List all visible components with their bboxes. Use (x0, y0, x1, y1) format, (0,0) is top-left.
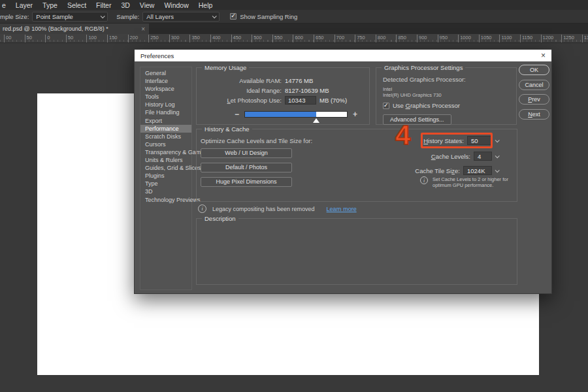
ruler-label: 1000 (458, 35, 471, 42)
info-icon: i (198, 204, 206, 213)
preferences-dialog: Preferences × GeneralInterfaceWorkspaceT… (134, 49, 552, 294)
ruler-label: 1200 (541, 35, 554, 42)
let-photoshop-use-label: Let Photoshop Use: (197, 97, 282, 104)
sidebar-item-general[interactable]: General (140, 69, 191, 77)
sidebar-item-units-rulers[interactable]: Units & Rulers (140, 156, 191, 164)
cache-levels-select[interactable]: 4 (474, 152, 492, 161)
dialog-button-column: OK Cancel Prev Next (519, 65, 549, 120)
next-button[interactable]: Next (519, 109, 549, 120)
menu-item-filter[interactable]: Filter (96, 1, 111, 9)
ruler-label: 650 (314, 35, 324, 42)
gpu-settings-title: Graphics Processor Settings (382, 64, 465, 71)
sidebar-item-export[interactable]: Export (140, 117, 191, 125)
prev-button[interactable]: Prev (519, 94, 549, 105)
menu-item-layer[interactable]: Layer (16, 1, 33, 9)
sidebar-item-performance[interactable]: Performance (140, 125, 191, 133)
sidebar-item-file-handling[interactable]: File Handling (140, 108, 191, 116)
menu-bar: eLayerTypeSelectFilter3DViewWindowHelp (0, 0, 588, 10)
sidebar-item-3d[interactable]: 3D (140, 188, 191, 195)
options-bar: mple Size: Point Sample Sample: All Laye… (0, 10, 588, 24)
learn-more-link[interactable]: Learn more (327, 206, 357, 212)
ruler-label: 350 (189, 35, 200, 42)
legacy-note-text: Legacy compositing has been removed (212, 206, 315, 212)
show-sampling-ring-checkbox[interactable] (230, 13, 237, 20)
chevron-down-icon (212, 14, 217, 18)
gpu-tip-text: Set Cache Levels to 2 or higher for opti… (433, 176, 515, 188)
ram-amount-input[interactable] (285, 96, 316, 105)
chevron-down-icon[interactable] (495, 168, 500, 172)
sidebar-item-guides-grid-slices[interactable]: Guides, Grid & Slices (140, 164, 191, 172)
info-icon: i (420, 176, 428, 184)
available-ram-label: Available RAM: (197, 77, 282, 84)
horizontal-ruler: 0050050100150200250300350400450500550600… (0, 34, 588, 43)
sidebar-item-cursors[interactable]: Cursors (140, 140, 191, 148)
cache-tile-size-select[interactable]: 1024K (463, 166, 492, 175)
cancel-button[interactable]: Cancel (519, 80, 549, 90)
ram-slider: − + (235, 110, 357, 118)
memory-usage-group: Memory Usage Available RAM: 14776 MB Ide… (196, 67, 370, 125)
ruler-label: 1250 (561, 35, 574, 42)
ruler-label: 850 (396, 35, 406, 42)
menu-item-type[interactable]: Type (42, 1, 57, 9)
ruler-label: 150 (107, 35, 118, 42)
sidebar-item-interface[interactable]: Interface (140, 77, 191, 85)
ruler-label: 250 (148, 35, 159, 42)
menu-item-window[interactable]: Window (164, 1, 188, 9)
cache-tile-size-label: Cache Tile Size: (415, 167, 460, 174)
ruler-label: 500 (252, 35, 262, 42)
menu-item-select[interactable]: Select (67, 1, 86, 9)
sample-select[interactable]: All Layers (142, 12, 220, 22)
dialog-close-icon[interactable]: × (541, 52, 546, 59)
slider-plus-button[interactable]: + (353, 110, 357, 118)
sidebar-item-scratch-disks[interactable]: Scratch Disks (140, 133, 191, 140)
optimize-cache-label: Optimize Cache Levels and Tile Size for: (201, 137, 312, 144)
ruler-label: 400 (210, 35, 221, 42)
ruler-label: 450 (231, 35, 242, 42)
ruler-label: 600 (293, 35, 303, 42)
sidebar-item-transparency-gamut[interactable]: Transparency & Gamut (140, 148, 191, 156)
ideal-range-label: Ideal Range: (197, 87, 282, 94)
ruler-label: 1050 (479, 35, 492, 42)
ruler-label: 950 (438, 35, 448, 42)
use-gpu-checkbox[interactable] (383, 103, 389, 109)
description-title: Description (202, 215, 238, 222)
ok-button[interactable]: OK (519, 65, 549, 75)
dialog-title: Preferences (140, 52, 174, 59)
ruler-label: 300 (169, 35, 180, 42)
chevron-down-icon[interactable] (495, 138, 500, 142)
ruler-label: 00 (4, 35, 11, 42)
slider-minus-button[interactable]: − (235, 110, 239, 118)
sidebar-item-tools[interactable]: Tools (140, 93, 191, 101)
sample-size-select[interactable]: Point Sample (32, 12, 108, 22)
sidebar-item-workspace[interactable]: Workspace (140, 85, 191, 93)
ruler-label: 700 (335, 35, 345, 42)
menu-item-e[interactable]: e (2, 1, 6, 9)
memory-usage-title: Memory Usage (202, 64, 249, 71)
default-photos-button[interactable]: Default / Photos (201, 163, 292, 172)
menu-item-help[interactable]: Help (199, 1, 213, 9)
advanced-settings-button[interactable]: Advanced Settings... (383, 114, 451, 125)
sidebar-item-history-log[interactable]: History Log (140, 101, 191, 108)
detected-gpu-label: Detected Graphics Processor: (383, 76, 510, 83)
ram-slider-track[interactable] (244, 111, 348, 118)
dialog-titlebar[interactable]: Preferences × (135, 50, 551, 61)
tab-close-icon[interactable]: × (141, 25, 145, 33)
menu-item-view[interactable]: View (140, 1, 155, 9)
gpu-settings-group: Graphics Processor Settings Detected Gra… (376, 67, 517, 125)
sidebar-item-plugins[interactable]: Plugins (140, 172, 191, 180)
ruler-label: 1150 (520, 35, 532, 42)
menu-item-3d[interactable]: 3D (121, 1, 129, 9)
chevron-down-icon (101, 14, 105, 18)
huge-pixel-dimensions-button[interactable]: Huge Pixel Dimensions (201, 177, 292, 187)
sidebar-item-type[interactable]: Type (140, 180, 191, 188)
document-tab-title: red.psd @ 100% (Background, RGB/8) * (3, 25, 108, 32)
web-ui-design-button[interactable]: Web / UI Design (201, 148, 292, 158)
document-tab[interactable]: red.psd @ 100% (Background, RGB/8) * × (0, 24, 149, 34)
history-cache-title: History & Cache (202, 125, 252, 133)
gpu-vendor: Intel (383, 86, 510, 92)
sidebar-item-technology-previews[interactable]: Technology Previews (140, 196, 191, 204)
ruler-label: 50 (66, 35, 73, 42)
chevron-down-icon[interactable] (495, 154, 500, 158)
sample-value: All Layers (146, 13, 174, 20)
ram-slider-thumb[interactable] (313, 118, 319, 123)
